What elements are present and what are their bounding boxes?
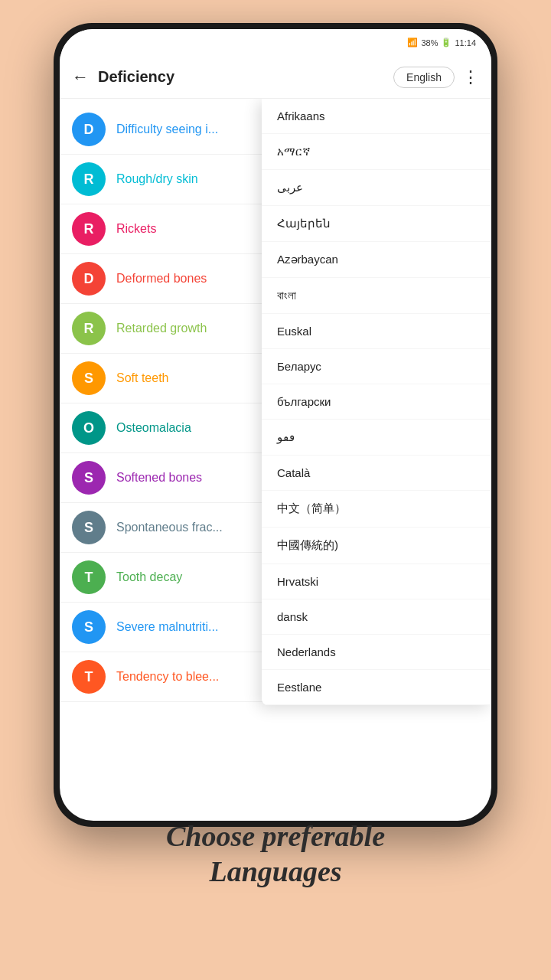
language-option-estonian[interactable]: Eestlane — [262, 670, 491, 705]
more-menu-button[interactable]: ⋮ — [462, 67, 479, 87]
avatar: T — [72, 660, 106, 694]
symptom-label: Severe malnutriti... — [116, 620, 218, 634]
back-button[interactable]: ← — [72, 67, 89, 87]
symptom-label: Rickets — [116, 222, 156, 236]
symptom-label: Rough/dry skin — [116, 172, 198, 186]
symptom-label: Tendency to blee... — [116, 670, 219, 684]
avatar: R — [72, 212, 106, 246]
content-area: D Difficulty seeing i... R Rough/dry ski… — [60, 99, 491, 821]
language-option-georgian[interactable]: ٯٯو — [262, 420, 491, 456]
battery-icon: 🔋 — [441, 38, 452, 47]
phone-frame: 📶 38% 🔋 11:14 ← Deficiency English ⋮ D D… — [54, 23, 497, 827]
symptom-label: Retarded growth — [116, 322, 207, 335]
symptom-label: Difficulty seeing i... — [116, 122, 218, 136]
language-option-danish[interactable]: dansk — [262, 599, 491, 635]
top-bar: ← Deficiency English ⋮ — [60, 56, 491, 99]
language-option-amharic[interactable]: አማርኛ — [262, 134, 491, 170]
language-option-belarusian[interactable]: Беларус — [262, 349, 491, 384]
caption-text: Choose preferable Languages — [166, 819, 385, 889]
wifi-icon: 📶 — [407, 38, 418, 47]
language-option-bengali[interactable]: বাংলা — [262, 278, 491, 314]
time-display: 11:14 — [455, 38, 476, 47]
language-option-chinese-simplified[interactable]: 中文（简单） — [262, 491, 491, 528]
language-option-armenian[interactable]: Հայերեն — [262, 206, 491, 242]
symptom-label: Soft teeth — [116, 371, 169, 385]
language-option-euskal[interactable]: Euskal — [262, 314, 491, 349]
avatar: O — [72, 411, 106, 445]
avatar: R — [72, 162, 106, 196]
avatar: D — [72, 113, 106, 146]
language-option-arabic[interactable]: عربى — [262, 170, 491, 206]
status-bar: 📶 38% 🔋 11:14 — [60, 29, 491, 56]
caption-line2: Languages — [209, 855, 341, 887]
avatar: S — [72, 361, 106, 395]
avatar: S — [72, 511, 106, 544]
avatar: R — [72, 312, 106, 345]
page-title: Deficiency — [98, 68, 393, 86]
language-option-croatian[interactable]: Hrvatski — [262, 564, 491, 599]
phone-screen: 📶 38% 🔋 11:14 ← Deficiency English ⋮ D D… — [60, 29, 491, 821]
language-button[interactable]: English — [393, 67, 455, 88]
language-option-catalan[interactable]: Català — [262, 456, 491, 491]
status-icons: 📶 38% 🔋 11:14 — [407, 38, 476, 47]
symptom-label: Softened bones — [116, 471, 202, 485]
language-option-azerbaijani[interactable]: Azərbaycan — [262, 242, 491, 278]
caption-line1: Choose preferable — [166, 820, 385, 852]
battery-indicator: 38% — [421, 38, 438, 47]
avatar: D — [72, 262, 106, 296]
language-option-afrikaans[interactable]: Afrikaans — [262, 99, 491, 134]
avatar: S — [72, 461, 106, 495]
language-dropdown[interactable]: Afrikaans አማርኛ عربى Հայերեն Azərbaycan ব… — [262, 99, 491, 705]
language-option-bulgarian[interactable]: български — [262, 384, 491, 420]
avatar: S — [72, 610, 106, 644]
language-option-chinese-traditional[interactable]: 中國傳統的) — [262, 528, 491, 564]
symptom-label: Tooth decay — [116, 570, 182, 584]
symptom-label: Deformed bones — [116, 272, 207, 286]
symptom-label: Spontaneous frac... — [116, 521, 223, 534]
language-option-dutch[interactable]: Nederlands — [262, 635, 491, 670]
symptom-label: Osteomalacia — [116, 421, 191, 435]
avatar: T — [72, 560, 106, 594]
